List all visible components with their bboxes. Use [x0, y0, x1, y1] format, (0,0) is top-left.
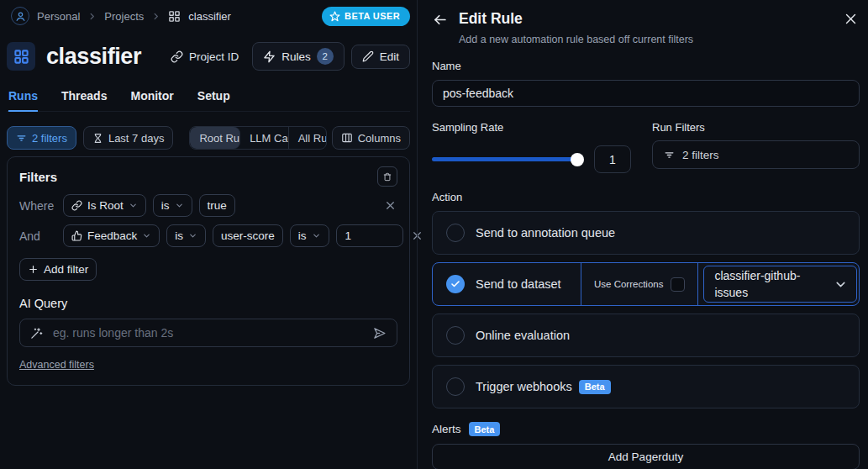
- tab-threads[interactable]: Threads: [61, 84, 107, 111]
- ai-query-input[interactable]: [51, 325, 364, 340]
- project-header: classifier Project ID Rules 2 Edit: [7, 40, 410, 73]
- alerts-label: Alerts: [432, 423, 461, 435]
- breadcrumb-classifier[interactable]: classifier: [188, 10, 231, 23]
- rule-name-input[interactable]: [432, 80, 860, 107]
- feedback-key-button[interactable]: user-score: [213, 224, 283, 247]
- rules-count-badge: 2: [317, 48, 334, 65]
- check-icon: [450, 279, 460, 289]
- sampling-rate-value[interactable]: 1: [594, 145, 631, 173]
- radio-unchecked[interactable]: [446, 326, 465, 345]
- value-button[interactable]: true: [199, 194, 235, 217]
- slider-thumb[interactable]: [571, 153, 584, 166]
- use-corrections-label: Use Corrections: [594, 279, 663, 289]
- date-range-button[interactable]: Last 7 days: [83, 126, 174, 150]
- filter-lines-icon: [664, 150, 675, 161]
- beta-badge: Beta: [469, 422, 501, 436]
- field-dropdown[interactable]: Feedback: [63, 224, 160, 247]
- name-label: Name: [432, 60, 860, 72]
- radio-checked[interactable]: [446, 275, 465, 293]
- conjunction-label: And: [19, 229, 56, 243]
- use-corrections-checkbox[interactable]: [671, 277, 685, 292]
- beta-user-badge: BETA USER: [322, 7, 410, 26]
- filters-count-button[interactable]: 2 filters: [7, 126, 76, 150]
- close-icon[interactable]: [842, 10, 860, 28]
- edit-button[interactable]: Edit: [351, 45, 410, 69]
- sampling-rate-slider[interactable]: [432, 157, 581, 161]
- plus-icon: [28, 264, 39, 275]
- edit-rule-panel: Edit Rule Add a new automation rule base…: [417, 0, 868, 469]
- project-page: Personal Projects classifier BETA USER c…: [0, 0, 417, 469]
- segment-root-runs[interactable]: Root Runs: [190, 127, 240, 149]
- columns-button[interactable]: Columns: [332, 126, 410, 150]
- advanced-filters-link[interactable]: Advanced filters: [19, 359, 94, 371]
- project-tabs: Runs Threads Monitor Setup: [7, 84, 410, 112]
- radio-unchecked[interactable]: [446, 224, 465, 242]
- page-title: classifier: [46, 44, 141, 70]
- sampling-rate-label: Sampling Rate: [432, 121, 652, 134]
- project-grid-icon: [168, 10, 181, 23]
- magic-wand-icon: [30, 327, 43, 340]
- tab-setup[interactable]: Setup: [197, 84, 230, 111]
- run-filters-label: Run Filters: [652, 121, 860, 134]
- add-pagerduty-button[interactable]: Add Pagerduty: [432, 444, 860, 469]
- columns-icon: [341, 132, 353, 144]
- run-filters-button[interactable]: 2 filters: [652, 140, 860, 169]
- tab-runs[interactable]: Runs: [8, 84, 38, 112]
- filter-row-1: Where Is Root is true: [19, 194, 397, 217]
- chevron-down-icon: [142, 231, 151, 240]
- option-send-to-annotation-queue[interactable]: Send to annotation queue: [432, 211, 860, 255]
- ai-query-label: AI Query: [19, 297, 397, 310]
- chevron-down-icon: [175, 201, 184, 210]
- filter-value-input[interactable]: [336, 224, 403, 247]
- beta-badge: Beta: [579, 380, 611, 394]
- chevron-down-icon: [188, 231, 197, 240]
- ai-query-box: [19, 319, 397, 347]
- hourglass-icon: [92, 133, 103, 144]
- operator-dropdown[interactable]: is: [290, 224, 329, 247]
- back-arrow-icon[interactable]: [432, 10, 448, 29]
- dataset-dropdown[interactable]: classifier-github-issues: [703, 266, 857, 303]
- option-online-evaluation[interactable]: Online evaluation: [432, 314, 860, 357]
- chevron-right-icon: [151, 12, 160, 21]
- filter-lines-icon: [16, 133, 27, 144]
- breadcrumb-personal[interactable]: Personal: [37, 10, 80, 23]
- tab-monitor[interactable]: Monitor: [130, 84, 173, 111]
- breadcrumb-projects[interactable]: Projects: [104, 10, 144, 23]
- option-send-to-dataset[interactable]: Send to dataset Use Corrections classifi…: [432, 262, 860, 306]
- trash-icon: [383, 171, 392, 182]
- option-trigger-webhooks[interactable]: Trigger webhooks Beta: [432, 365, 860, 408]
- link-icon: [171, 50, 183, 63]
- bolt-icon: [263, 50, 276, 63]
- filters-panel: Filters Where Is Root is true: [7, 156, 410, 386]
- action-label: Action: [432, 191, 860, 203]
- project-grid-icon: [7, 42, 35, 71]
- filters-panel-title: Filters: [19, 170, 57, 184]
- app-window: Personal Projects classifier BETA USER c…: [0, 0, 868, 469]
- close-icon: [385, 200, 396, 211]
- chevron-down-icon: [312, 231, 321, 240]
- pencil-icon: [362, 50, 374, 62]
- filter-row-2: And Feedback is user-score is: [19, 224, 397, 247]
- link-icon: [71, 200, 82, 211]
- run-type-segmented-control: Root Runs LLM Calls All Runs: [189, 126, 326, 150]
- clear-filters-button[interactable]: [377, 166, 397, 187]
- conjunction-label: Where: [19, 199, 56, 213]
- filter-toolbar: 2 filters Last 7 days Root Runs LLM Call…: [7, 126, 410, 150]
- segment-llm-calls[interactable]: LLM Calls: [240, 127, 289, 149]
- thumbs-up-icon: [71, 230, 82, 241]
- star-icon: [329, 11, 340, 22]
- project-id-button[interactable]: Project ID: [164, 45, 245, 68]
- add-filter-button[interactable]: Add filter: [19, 258, 97, 281]
- remove-filter-button[interactable]: [383, 198, 397, 213]
- panel-title: Edit Rule: [459, 10, 693, 28]
- operator-dropdown[interactable]: is: [153, 194, 192, 217]
- field-dropdown[interactable]: Is Root: [63, 194, 146, 217]
- radio-unchecked[interactable]: [446, 377, 465, 396]
- chevron-down-icon: [129, 201, 138, 210]
- operator-dropdown[interactable]: is: [166, 224, 206, 247]
- segment-all-runs[interactable]: All Runs: [289, 127, 326, 149]
- chevron-right-icon: [87, 12, 97, 21]
- send-icon[interactable]: [372, 326, 387, 340]
- rules-button[interactable]: Rules 2: [252, 42, 345, 71]
- user-avatar-icon[interactable]: [11, 7, 29, 25]
